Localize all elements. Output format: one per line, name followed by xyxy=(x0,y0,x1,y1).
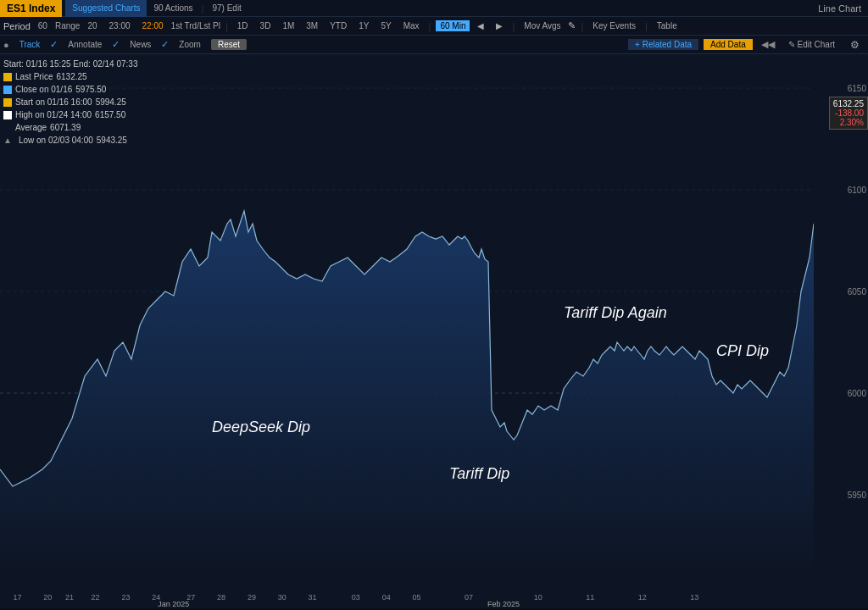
edit-chart-button[interactable]: ✎ Edit Chart xyxy=(783,39,840,50)
x-tick-30: 30 xyxy=(278,593,287,602)
add-data-button[interactable]: Add Data xyxy=(704,39,753,50)
price-badge: 6132.25 -138.00 2.30% xyxy=(829,97,868,130)
period-2200[interactable]: 22:00 xyxy=(138,20,168,31)
date-range: Start: 01/16 15:25 End: 02/14 07:33 xyxy=(3,58,137,70)
track-button[interactable]: Track xyxy=(14,39,46,50)
low-label: Low on 02/03 04:00 xyxy=(19,134,93,147)
check-annotate: ✓ xyxy=(112,39,120,50)
y-label-6100: 6100 xyxy=(848,186,866,195)
period-max[interactable]: Max xyxy=(399,20,424,31)
sep3: | xyxy=(429,21,431,31)
check-news: ✓ xyxy=(161,39,169,50)
mov-avgs-button[interactable]: Mov Avgs xyxy=(520,20,565,31)
x-tick-13: 13 xyxy=(690,593,698,602)
x-tick-28: 28 xyxy=(217,593,225,602)
close-color xyxy=(3,86,12,94)
period-1m[interactable]: 1M xyxy=(278,20,298,31)
high-color xyxy=(3,111,12,119)
range-label: Range xyxy=(55,21,80,30)
actions-button[interactable]: 90 Actions xyxy=(147,2,199,14)
y-label-5950: 5950 xyxy=(848,491,866,500)
x-tick-05: 05 xyxy=(413,593,421,602)
x-tick-12: 12 xyxy=(638,593,647,602)
table-button[interactable]: Table xyxy=(653,20,682,31)
close-label: Close on 01/16 xyxy=(15,83,72,96)
separator: | xyxy=(202,3,204,14)
period-1d[interactable]: 1D xyxy=(233,20,253,31)
period-3d[interactable]: 3D xyxy=(256,20,275,31)
x-tick-23: 23 xyxy=(121,593,130,602)
settings-button[interactable]: ⚙ xyxy=(845,38,865,52)
x-axis: 17 20 21 22 23 24 27 28 29 30 31 03 04 0… xyxy=(0,590,868,608)
x-month-jan: Jan 2025 xyxy=(158,600,189,608)
period-5y[interactable]: 5Y xyxy=(376,20,395,31)
chart-container: 6150 6100 6050 6000 5950 6132.25 -138.00… xyxy=(0,54,868,608)
x-tick-11: 11 xyxy=(586,593,594,602)
start-label: Start on 01/16 16:00 xyxy=(15,96,92,108)
interval-60min[interactable]: 60 Min xyxy=(436,20,470,31)
high-label: High on 01/24 14:00 xyxy=(15,108,92,121)
avg-val: 6071.39 xyxy=(50,121,81,134)
zoom-label: Zoom xyxy=(174,39,206,50)
third-bar: ● Track ✓ Annotate ✓ News ✓ Zoom Reset +… xyxy=(0,36,868,54)
period-3m[interactable]: 3M xyxy=(302,20,322,31)
x-month-feb: Feb 2025 xyxy=(487,600,520,608)
period-2300[interactable]: 23:00 xyxy=(105,20,135,31)
x-tick-07: 07 xyxy=(465,593,473,602)
x-tick-17: 17 xyxy=(13,593,21,602)
y-label-6150: 6150 xyxy=(848,84,866,93)
period-20[interactable]: 20 xyxy=(83,20,101,31)
symbol-box[interactable]: ES1 Index xyxy=(0,0,62,17)
period-label: Period xyxy=(3,21,31,31)
avg-label: Average xyxy=(15,121,47,134)
price-value: 6132.25 xyxy=(833,99,864,108)
low-val: 5943.25 xyxy=(97,134,127,147)
price-change: -138.00 xyxy=(833,108,864,118)
related-data-button[interactable]: + Related Data xyxy=(628,39,698,50)
start-val: 5994.25 xyxy=(96,96,126,108)
info-box: Start: 01/16 15:25 End: 02/14 07:33 Last… xyxy=(3,58,137,147)
interval-nav-prev[interactable]: ◀ xyxy=(473,20,488,31)
news-button[interactable]: News xyxy=(125,39,156,50)
top-bar: ES1 Index Suggested Charts 90 Actions | … xyxy=(0,0,868,17)
trd-lst-pl: 1st Trd/Lst Pl xyxy=(171,21,220,30)
low-icon: ▲ xyxy=(3,134,12,147)
y-label-6000: 6000 xyxy=(848,389,866,398)
annotate-button[interactable]: Annotate xyxy=(63,39,107,50)
period-ytd[interactable]: YTD xyxy=(326,20,351,31)
price-change-pct: 2.30% xyxy=(833,118,864,127)
x-tick-29: 29 xyxy=(248,593,256,602)
key-events-button[interactable]: Key Events xyxy=(588,20,640,31)
x-tick-21: 21 xyxy=(65,593,74,602)
last-price-label: Last Price xyxy=(15,70,53,83)
period-60[interactable]: 60 xyxy=(34,20,52,31)
period-1y[interactable]: 1Y xyxy=(354,20,373,31)
second-bar: Period 60 Range 20 23:00 22:00 1st Trd/L… xyxy=(0,17,868,36)
y-label-6050: 6050 xyxy=(848,287,866,297)
sep2: | xyxy=(225,21,228,31)
last-price-color xyxy=(3,73,12,81)
suggested-charts-button[interactable]: Suggested Charts xyxy=(65,0,147,17)
close-val: 5975.50 xyxy=(75,83,106,96)
sep4: | xyxy=(512,21,515,31)
x-tick-10: 10 xyxy=(534,593,542,602)
reset-button[interactable]: Reset xyxy=(211,39,247,50)
check-track: ✓ xyxy=(50,39,58,50)
high-val: 6157.50 xyxy=(95,108,125,121)
pencil-icon: ✎ xyxy=(568,20,576,31)
x-tick-03: 03 xyxy=(352,593,360,602)
start-color xyxy=(3,98,12,107)
edit-button[interactable]: 97) Edit xyxy=(205,2,248,14)
radio-icon: ● xyxy=(3,40,9,50)
sep5: | xyxy=(581,21,583,31)
x-tick-22: 22 xyxy=(92,593,100,602)
last-price-val: 6132.25 xyxy=(56,70,86,83)
sep6: | xyxy=(645,21,648,31)
x-tick-04: 04 xyxy=(382,593,391,602)
chart-type-label: Line Chart xyxy=(818,3,868,14)
interval-nav-next[interactable]: ▶ xyxy=(492,20,507,31)
x-tick-31: 31 xyxy=(309,593,317,602)
x-tick-20: 20 xyxy=(43,593,52,602)
